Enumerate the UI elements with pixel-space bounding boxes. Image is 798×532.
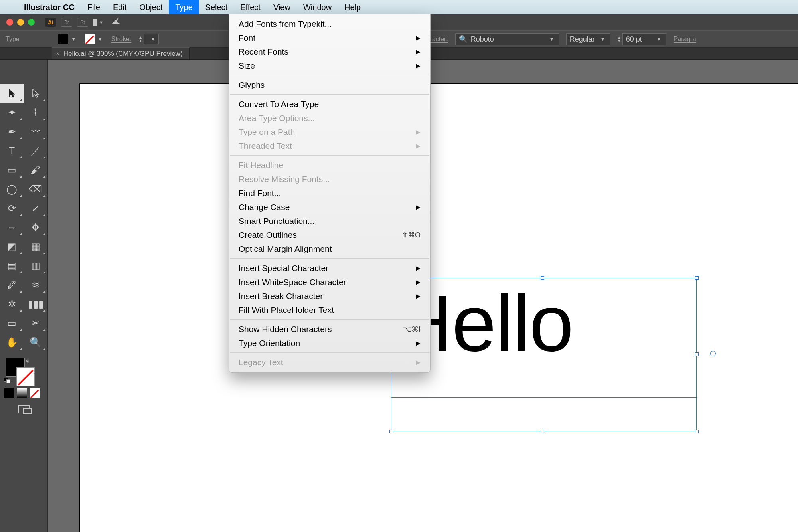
tool-eyedropper[interactable]: 🖉 [0, 275, 24, 295]
menu-effect[interactable]: Effect [234, 0, 267, 14]
document-tab[interactable]: × Hello.ai @ 300% (CMYK/GPU Preview) [52, 47, 190, 59]
tool-flyout-indicator-icon [43, 99, 45, 101]
stroke-color-swatch[interactable]: ▼ [85, 34, 104, 44]
font-family-field[interactable]: 🔍 Roboto ▼ [455, 33, 559, 45]
close-window-button[interactable] [6, 19, 13, 26]
svg-marker-4 [9, 89, 15, 97]
tool-zoom[interactable]: 🔍 [24, 333, 48, 352]
tool-shape-builder[interactable]: ◩ [0, 237, 24, 256]
macos-menubar: Illustrator CC FileEditObjectTypeSelectE… [0, 0, 798, 14]
menu-window[interactable]: Window [297, 0, 338, 14]
gradient-button[interactable] [17, 388, 27, 398]
submenu-arrow-icon: ▶ [416, 48, 421, 55]
stroke-weight-stepper[interactable]: ▲▼ [138, 36, 144, 42]
menuitem-insert-whitespace-character[interactable]: Insert WhiteSpace Character▶ [229, 275, 430, 289]
tool-perspective[interactable]: ▦ [24, 237, 48, 256]
menu-type[interactable]: Type [169, 0, 199, 14]
menuitem-font[interactable]: Font▶ [229, 31, 430, 45]
resize-handle[interactable] [695, 352, 699, 356]
resize-handle[interactable] [541, 430, 544, 433]
tool-rectangle[interactable]: ▭ [0, 160, 24, 180]
tool-direct-selection[interactable] [24, 84, 48, 103]
stock-button[interactable]: St [77, 18, 88, 27]
menuitem-fill-with-placeholder-text[interactable]: Fill With PlaceHolder Text [229, 303, 430, 317]
tool-artboard[interactable]: ▭ [0, 314, 24, 333]
stroke-weight-field[interactable]: ▼ [144, 34, 159, 44]
share-button[interactable] [109, 16, 123, 28]
paragraph-panel-link[interactable]: Paragra [674, 36, 696, 43]
menuitem-type-orientation[interactable]: Type Orientation▶ [229, 336, 430, 350]
text-thread-port[interactable] [710, 351, 716, 356]
font-size-field[interactable]: 60 pt ▼ [622, 33, 666, 45]
menuitem-insert-special-character[interactable]: Insert Special Character▶ [229, 261, 430, 275]
zoom-window-button[interactable] [28, 19, 35, 26]
menuitem-insert-break-character[interactable]: Insert Break Character▶ [229, 289, 430, 303]
menuitem-convert-to-area-type[interactable]: Convert To Area Type [229, 97, 430, 111]
menu-file[interactable]: File [81, 0, 107, 14]
tool-flyout-indicator-icon [20, 99, 22, 101]
tool-flyout-indicator-icon [20, 271, 22, 273]
tool-flyout-indicator-icon [43, 156, 45, 158]
font-style-field[interactable]: Regular ▼ [566, 33, 610, 45]
tool-free-transform[interactable]: ✥ [24, 218, 48, 237]
tool-width[interactable]: ↔ [0, 218, 24, 237]
color-button[interactable] [4, 388, 14, 398]
tool-flyout-indicator-icon [20, 156, 22, 158]
tool-eraser[interactable]: ⌫ [24, 180, 48, 199]
arrange-documents-button[interactable]: ▼ [93, 18, 105, 27]
tool-slice[interactable]: ✂ [24, 314, 48, 333]
menuitem-size[interactable]: Size▶ [229, 59, 430, 73]
minimize-window-button[interactable] [17, 19, 24, 26]
menuitem-add-fonts-from-typekit[interactable]: Add Fonts from Typekit... [229, 17, 430, 31]
tool-column-graph[interactable]: ▮▮▮ [24, 295, 48, 314]
tool-scale[interactable]: ⤢ [24, 199, 48, 218]
tool-selection[interactable] [0, 84, 24, 103]
fill-color-swatch[interactable]: ▼ [58, 34, 77, 44]
fill-stroke-control[interactable]: ⤭ [0, 355, 47, 386]
tool-gradient[interactable]: ▥ [24, 256, 48, 275]
tool-mesh[interactable]: ▤ [0, 256, 24, 275]
menu-view[interactable]: View [267, 0, 297, 14]
menuitem-smart-punctuation[interactable]: Smart Punctuation... [229, 214, 430, 228]
artboard[interactable]: Hello [80, 84, 798, 532]
app-name[interactable]: Illustrator CC [18, 3, 81, 12]
menu-object[interactable]: Object [133, 0, 169, 14]
default-fill-stroke-icon[interactable] [4, 378, 10, 384]
close-tab-icon[interactable]: × [56, 50, 59, 57]
tool-shaper[interactable]: ◯ [0, 180, 24, 199]
tool-lasso[interactable]: ⌇ [24, 103, 48, 122]
screen-mode-button[interactable] [0, 400, 47, 413]
stroke-panel-link[interactable]: Stroke: [111, 36, 131, 43]
menuitem-show-hidden-characters[interactable]: Show Hidden Characters⌥⌘I [229, 322, 430, 336]
resize-handle[interactable] [695, 276, 699, 280]
resize-handle[interactable] [695, 430, 699, 433]
menuitem-optical-margin-alignment[interactable]: Optical Margin Alignment [229, 242, 430, 256]
ai-logo-icon: Ai [45, 18, 56, 27]
tool-curvature[interactable]: 〰 [24, 122, 48, 141]
none-button[interactable] [30, 388, 40, 398]
resize-handle[interactable] [389, 430, 393, 433]
tool-blend[interactable]: ≋ [24, 275, 48, 295]
tool-hand[interactable]: ✋ [0, 333, 24, 352]
tool-symbol-sprayer[interactable]: ✲ [0, 295, 24, 314]
menu-edit[interactable]: Edit [107, 0, 133, 14]
menuitem-recent-fonts[interactable]: Recent Fonts▶ [229, 45, 430, 59]
tool-pen[interactable]: ✒ [0, 122, 24, 141]
bridge-button[interactable]: Br [61, 18, 72, 27]
menuitem-change-case[interactable]: Change Case▶ [229, 200, 430, 214]
tool-paintbrush[interactable]: 🖌 [24, 160, 48, 180]
search-icon: 🔍 [459, 35, 468, 44]
tool-magic-wand[interactable]: ✦ [0, 103, 24, 122]
stroke-swatch[interactable] [16, 367, 35, 386]
menuitem-create-outlines[interactable]: Create Outlines⇧⌘O [229, 228, 430, 242]
tool-type[interactable]: T [0, 141, 24, 160]
tool-rotate[interactable]: ⟳ [0, 199, 24, 218]
menu-help[interactable]: Help [338, 0, 367, 14]
swap-fill-stroke-icon[interactable]: ⤭ [25, 358, 30, 364]
tool-line[interactable]: ／ [24, 141, 48, 160]
font-size-stepper[interactable]: ▲▼ [617, 36, 622, 42]
menu-select[interactable]: Select [199, 0, 234, 14]
menuitem-glyphs[interactable]: Glyphs [229, 78, 430, 92]
menuitem-legacy-text: Legacy Text▶ [229, 355, 430, 369]
menuitem-find-font[interactable]: Find Font... [229, 186, 430, 200]
